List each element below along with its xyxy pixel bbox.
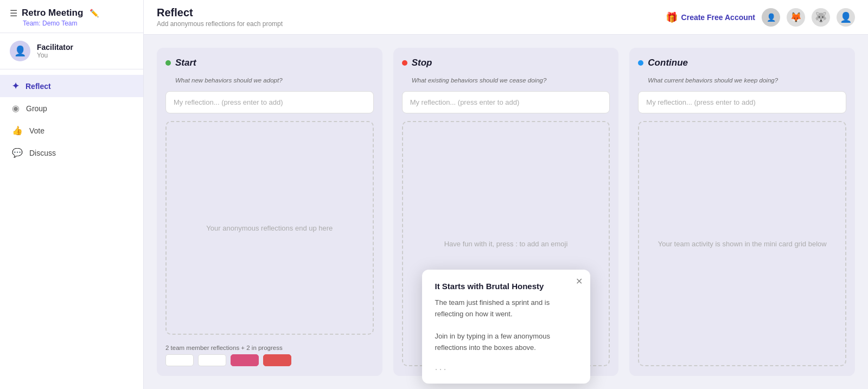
sidebar-item-discuss[interactable]: 💬 Discuss xyxy=(0,142,143,164)
sidebar-item-label-group: Group xyxy=(26,104,47,113)
main: Reflect Add anonymous reflections for ea… xyxy=(144,0,868,389)
continue-column: Continue What current behaviors should w… xyxy=(629,48,855,376)
sidebar: ☰ Retro Meeting ✏️ Team: Demo Team 👤 Fac… xyxy=(0,0,144,389)
group-icon: ◉ xyxy=(12,103,20,113)
tooltip-dots: ... xyxy=(435,361,577,373)
stop-input[interactable] xyxy=(402,91,610,113)
continue-col-header: Continue xyxy=(638,58,846,68)
create-account-button[interactable]: 🎁 Create Free Account xyxy=(666,11,755,23)
mini-card-3 xyxy=(231,354,259,366)
tooltip-body-2: Join in by typing in a few anonymous ref… xyxy=(435,331,577,354)
sidebar-item-group[interactable]: ◉ Group xyxy=(0,97,143,119)
stop-dot xyxy=(402,60,407,66)
vote-icon: 👍 xyxy=(12,125,23,136)
content-area: Start What new behaviors should we adopt… xyxy=(144,35,868,389)
page-subtitle: Add anonymous reflections for each promp… xyxy=(157,20,283,28)
continue-placeholder-box: Your team activity is shown in the mini … xyxy=(638,121,846,366)
mini-card-1 xyxy=(165,354,194,366)
mini-card-2 xyxy=(198,354,226,366)
start-dot xyxy=(165,60,171,66)
nav: ✦ Reflect ◉ Group 👍 Vote 💬 Discuss xyxy=(0,69,143,169)
sidebar-item-label-discuss: Discuss xyxy=(29,149,56,157)
reflect-icon: ✦ xyxy=(12,81,19,91)
start-col-header: Start xyxy=(165,58,374,68)
start-placeholder-box: Your anonymous reflections end up here xyxy=(165,121,374,335)
tooltip-popup: ✕ It Starts with Brutal Honesty The team… xyxy=(422,270,590,384)
user-name: Facilitator xyxy=(37,43,73,52)
gift-icon: 🎁 xyxy=(666,11,678,23)
app-title: Retro Meeting xyxy=(22,8,83,18)
start-column: Start What new behaviors should we adopt… xyxy=(157,48,382,376)
user-sub: You xyxy=(37,52,73,59)
mini-cards xyxy=(165,354,374,366)
continue-subtitle: What current behaviors should we keep do… xyxy=(648,77,846,84)
stop-subtitle: What existing behaviors should we cease … xyxy=(412,77,610,84)
sidebar-header: ☰ Retro Meeting ✏️ Team: Demo Team xyxy=(0,0,143,33)
avatar-user-2[interactable]: 🦊 xyxy=(787,8,805,27)
topbar: Reflect Add anonymous reflections for ea… xyxy=(144,0,868,35)
continue-dot xyxy=(638,60,643,66)
continue-input[interactable] xyxy=(638,91,846,113)
mini-card-4 xyxy=(263,354,291,366)
continue-title: Continue xyxy=(648,58,688,68)
sidebar-item-label-vote: Vote xyxy=(29,126,44,135)
edit-icon[interactable]: ✏️ xyxy=(90,9,99,17)
create-account-label: Create Free Account xyxy=(681,13,755,22)
user-row: 👤 Facilitator You xyxy=(0,33,143,69)
stop-col-header: Stop xyxy=(402,58,610,68)
avatar-user-1[interactable]: 👤 xyxy=(762,8,780,27)
tooltip-close-button[interactable]: ✕ xyxy=(576,276,583,286)
start-title: Start xyxy=(175,58,196,68)
stop-placeholder-text: Have fun with it, press : to add an emoj… xyxy=(444,240,568,248)
tooltip-body: The team just finished a sprint and is r… xyxy=(435,297,577,354)
sidebar-item-vote[interactable]: 👍 Vote xyxy=(0,119,143,142)
continue-placeholder-text: Your team activity is shown in the mini … xyxy=(658,240,827,248)
avatar: 👤 xyxy=(10,41,30,61)
avatar-user-4[interactable]: 👤 xyxy=(837,8,855,27)
discuss-icon: 💬 xyxy=(12,148,23,158)
start-footer-text: 2 team member reflections + 2 in progres… xyxy=(165,345,374,351)
hamburger-icon[interactable]: ☰ xyxy=(10,8,17,18)
start-subtitle: What new behaviors should we adopt? xyxy=(175,77,374,84)
team-label: Team: Demo Team xyxy=(23,20,133,27)
sidebar-item-label-reflect: Reflect xyxy=(25,82,51,91)
tooltip-title: It Starts with Brutal Honesty xyxy=(435,282,577,291)
start-placeholder-text: Your anonymous reflections end up here xyxy=(206,224,333,232)
sidebar-item-reflect[interactable]: ✦ Reflect xyxy=(0,75,143,97)
tooltip-body-1: The team just finished a sprint and is r… xyxy=(435,297,577,320)
start-input[interactable] xyxy=(165,91,374,113)
stop-title: Stop xyxy=(412,58,432,68)
page-title: Reflect xyxy=(157,7,283,19)
avatar-user-3[interactable]: 🐺 xyxy=(812,8,830,27)
